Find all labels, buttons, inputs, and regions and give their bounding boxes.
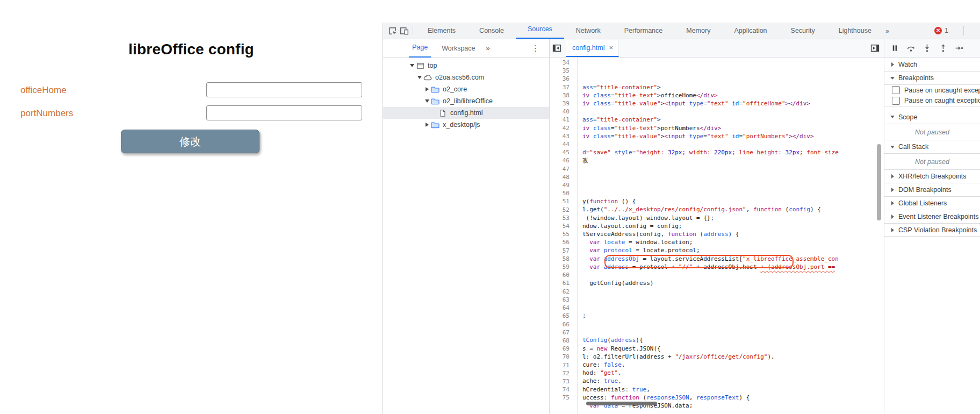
horizontal-scrollbar[interactable] bbox=[586, 402, 657, 405]
line-number[interactable]: 45 bbox=[550, 148, 570, 156]
officehome-input[interactable] bbox=[206, 82, 362, 97]
line-number[interactable]: 44 bbox=[550, 140, 570, 148]
line-number[interactable]: 57 bbox=[550, 247, 570, 255]
devtools-tab-elements[interactable]: Elements bbox=[416, 23, 467, 39]
navigator-tab-workspace[interactable]: Workspace bbox=[438, 40, 478, 57]
line-number[interactable]: 36 bbox=[550, 75, 570, 83]
line-number[interactable]: 43 bbox=[550, 132, 570, 140]
debugger-section-scope[interactable]: Scope bbox=[884, 110, 980, 124]
line-number[interactable]: 61 bbox=[550, 279, 570, 287]
devtools-tab-security[interactable]: Security bbox=[779, 23, 827, 39]
line-number[interactable]: 75 bbox=[550, 394, 570, 402]
debugger-section-csp-violation-breakpoints[interactable]: CSP Violation Breakpoints bbox=[884, 223, 980, 237]
expander-closed-icon bbox=[889, 228, 896, 232]
line-number[interactable]: 50 bbox=[550, 189, 570, 197]
line-number[interactable]: 52 bbox=[550, 206, 570, 214]
tree-item-o2oa-scs56-com[interactable]: o2oa.scs56.com bbox=[383, 72, 549, 83]
debugger-section-xhr-fetch-breakpoints[interactable]: XHR/fetch Breakpoints bbox=[884, 169, 980, 183]
devtools-tab-console[interactable]: Console bbox=[467, 23, 516, 39]
expander-closed-icon[interactable] bbox=[424, 123, 430, 127]
line-number[interactable]: 65 bbox=[550, 312, 570, 320]
line-number[interactable]: 53 bbox=[550, 214, 570, 222]
save-button[interactable]: 修改 bbox=[121, 130, 260, 153]
tree-item-o2-core[interactable]: o2_core bbox=[383, 83, 549, 95]
step-over-icon[interactable] bbox=[906, 44, 916, 53]
expander-closed-icon[interactable] bbox=[424, 87, 430, 91]
tree-item-x-desktop-js[interactable]: x_desktop/js bbox=[383, 119, 549, 131]
close-tab-icon[interactable]: × bbox=[609, 44, 613, 52]
folder-icon bbox=[430, 120, 440, 129]
line-number[interactable]: 72 bbox=[550, 369, 570, 377]
line-number[interactable]: 47 bbox=[550, 165, 570, 173]
line-number[interactable]: 37 bbox=[550, 83, 570, 91]
error-indicator[interactable]: ✕ 1 bbox=[934, 27, 948, 34]
devtools-tab-sources[interactable]: Sources bbox=[516, 22, 564, 39]
checkbox-pause-on-caught-exceptions[interactable]: Pause on caught exceptions bbox=[884, 95, 980, 106]
tree-item-o2-lib-libreoffice[interactable]: o2_lib/libreOffice bbox=[383, 95, 549, 107]
devtools-tab-lighthouse[interactable]: Lighthouse bbox=[827, 23, 883, 39]
navigator-toggle-icon[interactable] bbox=[552, 44, 561, 53]
navigator-menu-icon[interactable]: ⋮ bbox=[531, 39, 539, 57]
line-number[interactable]: 64 bbox=[550, 304, 570, 312]
line-number[interactable]: 35 bbox=[550, 67, 570, 75]
line-number[interactable]: 62 bbox=[550, 288, 570, 296]
devtools-tab-performance[interactable]: Performance bbox=[612, 23, 675, 39]
expander-open-icon[interactable] bbox=[416, 76, 423, 79]
line-number[interactable]: 55 bbox=[550, 230, 570, 238]
checkbox-icon[interactable] bbox=[892, 97, 900, 105]
line-number[interactable]: 58 bbox=[550, 255, 570, 263]
line-number[interactable]: 46 bbox=[550, 156, 570, 165]
line-number[interactable]: 51 bbox=[550, 197, 570, 205]
line-number[interactable]: 67 bbox=[550, 329, 570, 337]
line-number[interactable]: 40 bbox=[550, 108, 570, 116]
line-number[interactable]: 70 bbox=[550, 353, 570, 361]
line-number[interactable]: 54 bbox=[550, 222, 570, 230]
expander-open-icon[interactable] bbox=[409, 64, 415, 67]
step-out-icon[interactable] bbox=[939, 44, 948, 53]
devtools-tab-memory[interactable]: Memory bbox=[674, 23, 722, 39]
line-number[interactable]: 69 bbox=[550, 345, 570, 353]
editor-tab-config-html[interactable]: config.html × bbox=[566, 40, 619, 57]
line-number[interactable]: 73 bbox=[550, 377, 570, 386]
devtools-tab-application[interactable]: Application bbox=[722, 23, 779, 39]
step-into-icon[interactable] bbox=[923, 44, 932, 53]
debugger-section-call-stack[interactable]: Call Stack bbox=[884, 140, 980, 153]
line-number[interactable]: 56 bbox=[550, 238, 570, 246]
checkbox-pause-on-uncaught-exceptions[interactable]: Pause on uncaught exceptions bbox=[884, 84, 980, 95]
debugger-section-event-listener-breakpoints[interactable]: Event Listener Breakpoints bbox=[884, 210, 980, 223]
debugger-section-breakpoints[interactable]: Breakpoints bbox=[884, 71, 980, 84]
more-tabs-icon[interactable]: » bbox=[883, 27, 891, 35]
line-number[interactable]: 41 bbox=[550, 116, 570, 124]
navigator-more-tabs-icon[interactable]: » bbox=[486, 44, 490, 52]
tree-item-top[interactable]: top bbox=[383, 60, 549, 72]
devtools-tab-network[interactable]: Network bbox=[564, 23, 612, 39]
line-number[interactable]: 68 bbox=[550, 337, 570, 345]
debugger-section-watch[interactable]: Watch bbox=[884, 58, 980, 71]
line-number[interactable]: 60 bbox=[550, 271, 570, 279]
line-number[interactable]: 42 bbox=[550, 124, 570, 132]
debugger-section-dom-breakpoints[interactable]: DOM Breakpoints bbox=[884, 183, 980, 196]
line-number[interactable]: 34 bbox=[550, 59, 570, 67]
line-number[interactable]: 39 bbox=[550, 99, 570, 108]
checkbox-icon[interactable] bbox=[892, 86, 900, 94]
debugger-section-global-listeners[interactable]: Global Listeners bbox=[884, 196, 980, 210]
step-icon[interactable] bbox=[955, 44, 964, 53]
vertical-scrollbar[interactable] bbox=[877, 144, 881, 220]
line-number[interactable]: 66 bbox=[550, 320, 570, 329]
pause-icon[interactable] bbox=[890, 44, 899, 53]
line-number[interactable]: 63 bbox=[550, 296, 570, 304]
device-toolbar-icon[interactable] bbox=[399, 26, 409, 35]
line-number[interactable]: 48 bbox=[550, 173, 570, 181]
expander-open-icon[interactable] bbox=[424, 99, 430, 103]
line-number[interactable]: 59 bbox=[550, 263, 570, 271]
portnumbers-input[interactable] bbox=[206, 105, 362, 120]
line-number[interactable]: 74 bbox=[550, 386, 570, 394]
show-sidebar-icon[interactable] bbox=[870, 43, 880, 53]
navigator-tab-page[interactable]: Page bbox=[409, 39, 431, 58]
inspect-icon[interactable] bbox=[387, 26, 397, 35]
line-number[interactable]: 49 bbox=[550, 181, 570, 189]
line-number[interactable]: 71 bbox=[550, 361, 570, 369]
code-content[interactable]: ass="title-container">iv class="title-te… bbox=[578, 58, 884, 414]
tree-item-config-html[interactable]: config.html bbox=[383, 107, 549, 119]
line-number[interactable]: 38 bbox=[550, 91, 570, 99]
